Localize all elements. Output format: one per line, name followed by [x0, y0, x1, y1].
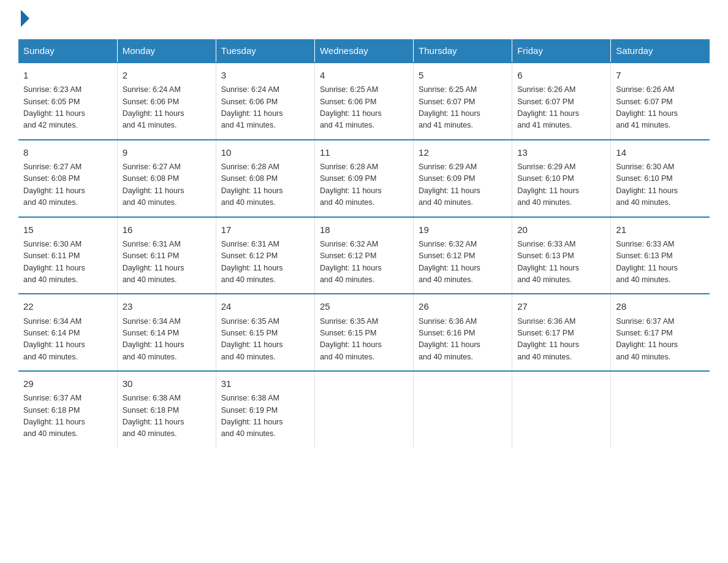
day-number: 19: [419, 223, 507, 237]
calendar-cell: 22Sunrise: 6:34 AMSunset: 6:14 PMDayligh…: [18, 294, 117, 371]
calendar-cell: 25Sunrise: 6:35 AMSunset: 6:15 PMDayligh…: [314, 294, 413, 371]
calendar-cell: 18Sunrise: 6:32 AMSunset: 6:12 PMDayligh…: [314, 217, 413, 294]
calendar-cell: 15Sunrise: 6:30 AMSunset: 6:11 PMDayligh…: [18, 217, 117, 294]
day-number: 29: [23, 377, 112, 391]
calendar-week-row: 8Sunrise: 6:27 AMSunset: 6:08 PMDaylight…: [18, 140, 710, 217]
header-saturday: Saturday: [611, 39, 710, 63]
calendar-cell: [314, 371, 413, 448]
calendar-cell: 24Sunrise: 6:35 AMSunset: 6:15 PMDayligh…: [216, 294, 314, 371]
calendar-cell: 7Sunrise: 6:26 AMSunset: 6:07 PMDaylight…: [611, 63, 710, 140]
day-number: 16: [123, 223, 211, 237]
day-number: 6: [517, 68, 605, 82]
day-number: 18: [320, 223, 408, 237]
day-number: 1: [23, 68, 112, 82]
calendar-cell: 10Sunrise: 6:28 AMSunset: 6:08 PMDayligh…: [216, 140, 314, 217]
day-number: 20: [517, 223, 605, 237]
logo: [18, 12, 29, 27]
calendar-cell: 19Sunrise: 6:32 AMSunset: 6:12 PMDayligh…: [414, 217, 512, 294]
day-number: 23: [123, 299, 211, 313]
calendar-cell: 17Sunrise: 6:31 AMSunset: 6:12 PMDayligh…: [216, 217, 314, 294]
calendar-cell: 2Sunrise: 6:24 AMSunset: 6:06 PMDaylight…: [117, 63, 216, 140]
day-number: 5: [419, 68, 507, 82]
header-sunday: Sunday: [18, 39, 117, 63]
day-number: 17: [221, 223, 309, 237]
day-number: 2: [123, 68, 211, 82]
calendar-cell: 9Sunrise: 6:27 AMSunset: 6:08 PMDaylight…: [117, 140, 216, 217]
day-number: 8: [23, 145, 112, 159]
calendar-cell: 3Sunrise: 6:24 AMSunset: 6:06 PMDaylight…: [216, 63, 314, 140]
calendar-cell: 30Sunrise: 6:38 AMSunset: 6:18 PMDayligh…: [117, 371, 216, 448]
day-number: 15: [23, 223, 112, 237]
header-monday: Monday: [117, 39, 216, 63]
calendar-header-row: SundayMondayTuesdayWednesdayThursdayFrid…: [18, 39, 710, 63]
calendar-cell: 4Sunrise: 6:25 AMSunset: 6:06 PMDaylight…: [314, 63, 413, 140]
day-number: 3: [221, 68, 309, 82]
logo-arrow-icon: [21, 10, 29, 27]
calendar-cell: 8Sunrise: 6:27 AMSunset: 6:08 PMDaylight…: [18, 140, 117, 217]
day-number: 25: [320, 299, 408, 313]
day-number: 4: [320, 68, 408, 82]
calendar-cell: 14Sunrise: 6:30 AMSunset: 6:10 PMDayligh…: [611, 140, 710, 217]
day-number: 21: [616, 223, 705, 237]
calendar-cell: 23Sunrise: 6:34 AMSunset: 6:14 PMDayligh…: [117, 294, 216, 371]
header-thursday: Thursday: [414, 39, 512, 63]
calendar-cell: 16Sunrise: 6:31 AMSunset: 6:11 PMDayligh…: [117, 217, 216, 294]
calendar-week-row: 15Sunrise: 6:30 AMSunset: 6:11 PMDayligh…: [18, 217, 710, 294]
day-number: 26: [419, 299, 507, 313]
day-number: 12: [419, 145, 507, 159]
calendar-cell: [611, 371, 710, 448]
header-tuesday: Tuesday: [216, 39, 314, 63]
calendar-table: SundayMondayTuesdayWednesdayThursdayFrid…: [18, 39, 710, 448]
calendar-cell: 28Sunrise: 6:37 AMSunset: 6:17 PMDayligh…: [611, 294, 710, 371]
header-friday: Friday: [512, 39, 611, 63]
calendar-cell: 31Sunrise: 6:38 AMSunset: 6:19 PMDayligh…: [216, 371, 314, 448]
calendar-cell: 1Sunrise: 6:23 AMSunset: 6:05 PMDaylight…: [18, 63, 117, 140]
calendar-cell: 26Sunrise: 6:36 AMSunset: 6:16 PMDayligh…: [414, 294, 512, 371]
calendar-cell: 13Sunrise: 6:29 AMSunset: 6:10 PMDayligh…: [512, 140, 611, 217]
calendar-week-row: 29Sunrise: 6:37 AMSunset: 6:18 PMDayligh…: [18, 371, 710, 448]
day-number: 30: [123, 377, 211, 391]
day-number: 28: [616, 299, 705, 313]
calendar-cell: 29Sunrise: 6:37 AMSunset: 6:18 PMDayligh…: [18, 371, 117, 448]
page-header: [18, 12, 710, 27]
calendar-week-row: 1Sunrise: 6:23 AMSunset: 6:05 PMDaylight…: [18, 63, 710, 140]
calendar-cell: [414, 371, 512, 448]
calendar-cell: 11Sunrise: 6:28 AMSunset: 6:09 PMDayligh…: [314, 140, 413, 217]
calendar-cell: 20Sunrise: 6:33 AMSunset: 6:13 PMDayligh…: [512, 217, 611, 294]
day-number: 9: [123, 145, 211, 159]
day-number: 14: [616, 145, 705, 159]
calendar-cell: 12Sunrise: 6:29 AMSunset: 6:09 PMDayligh…: [414, 140, 512, 217]
day-number: 22: [23, 299, 112, 313]
day-number: 31: [221, 377, 309, 391]
day-number: 11: [320, 145, 408, 159]
calendar-week-row: 22Sunrise: 6:34 AMSunset: 6:14 PMDayligh…: [18, 294, 710, 371]
calendar-cell: 5Sunrise: 6:25 AMSunset: 6:07 PMDaylight…: [414, 63, 512, 140]
day-number: 24: [221, 299, 309, 313]
header-wednesday: Wednesday: [314, 39, 413, 63]
calendar-cell: [512, 371, 611, 448]
day-number: 10: [221, 145, 309, 159]
day-number: 7: [616, 68, 705, 82]
calendar-cell: 6Sunrise: 6:26 AMSunset: 6:07 PMDaylight…: [512, 63, 611, 140]
day-number: 27: [517, 299, 605, 313]
calendar-cell: 27Sunrise: 6:36 AMSunset: 6:17 PMDayligh…: [512, 294, 611, 371]
calendar-cell: 21Sunrise: 6:33 AMSunset: 6:13 PMDayligh…: [611, 217, 710, 294]
day-number: 13: [517, 145, 605, 159]
